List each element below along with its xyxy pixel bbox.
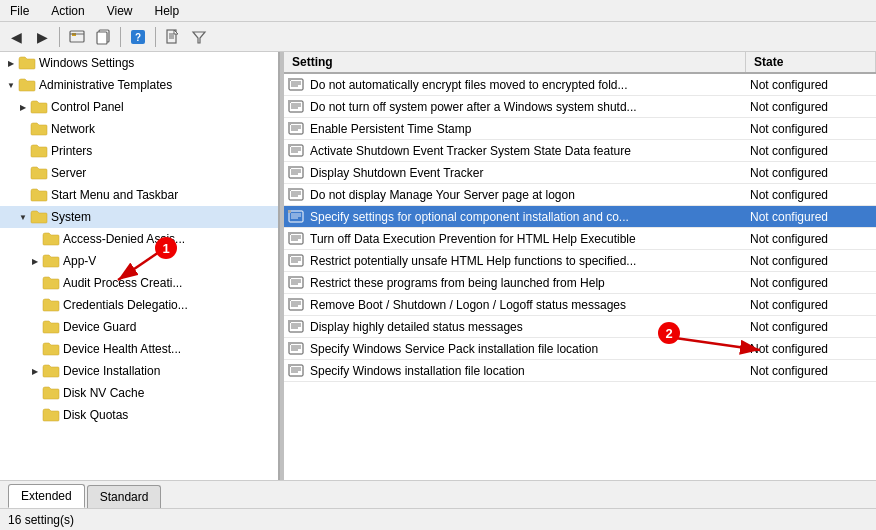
- tree-item-audit-process[interactable]: Audit Process Creati...: [0, 272, 278, 294]
- list-row-5[interactable]: Display Shutdown Event Tracker Not confi…: [284, 162, 876, 184]
- list-row-14[interactable]: Specify Windows installation file locati…: [284, 360, 876, 382]
- tree-item-system[interactable]: ▼ System: [0, 206, 278, 228]
- list-row-4[interactable]: Activate Shutdown Event Tracker System S…: [284, 140, 876, 162]
- menu-help[interactable]: Help: [149, 2, 186, 20]
- tree-item-windows-settings[interactable]: ▶ Windows Settings: [0, 52, 278, 74]
- tree-item-control-panel[interactable]: ▶ Control Panel: [0, 96, 278, 118]
- tree-item-device-guard[interactable]: Device Guard: [0, 316, 278, 338]
- list-cell-setting-5: Display Shutdown Event Tracker: [284, 165, 746, 181]
- tree-label-network: Network: [51, 122, 95, 136]
- list-cell-state-1: Not configured: [746, 78, 876, 92]
- forward-button[interactable]: ▶: [30, 25, 54, 49]
- tree-item-printers[interactable]: Printers: [0, 140, 278, 162]
- doc-button[interactable]: [161, 25, 185, 49]
- tree-item-start-menu[interactable]: Start Menu and Taskbar: [0, 184, 278, 206]
- tree-item-device-install[interactable]: ▶ Device Installation: [0, 360, 278, 382]
- back-button[interactable]: ◀: [4, 25, 28, 49]
- tree-item-access-denied[interactable]: Access-Denied Assis...: [0, 228, 278, 250]
- list-cell-state-14: Not configured: [746, 364, 876, 378]
- svg-rect-51: [288, 210, 291, 213]
- svg-rect-66: [288, 276, 291, 279]
- expand-icon-device-install: ▶: [28, 364, 42, 378]
- list-row-10[interactable]: Restrict these programs from being launc…: [284, 272, 876, 294]
- tree-label-admin-templates: Administrative Templates: [39, 78, 172, 92]
- annotation-badge-2: 2: [658, 322, 680, 344]
- folder-icon-control-panel: [30, 99, 48, 115]
- tab-extended[interactable]: Extended: [8, 484, 85, 508]
- list-row-3[interactable]: Enable Persistent Time Stamp Not configu…: [284, 118, 876, 140]
- folder-icon-start-menu: [30, 187, 48, 203]
- list-cell-setting-7: Specify settings for optional component …: [284, 209, 746, 225]
- menu-action[interactable]: Action: [45, 2, 90, 20]
- setting-icon-10: [288, 275, 306, 291]
- copy-button[interactable]: [91, 25, 115, 49]
- menu-file[interactable]: File: [4, 2, 35, 20]
- setting-icon-5: [288, 165, 306, 181]
- setting-icon-4: [288, 143, 306, 159]
- header-setting[interactable]: Setting: [284, 52, 746, 72]
- tree-item-disk-nv[interactable]: Disk NV Cache: [0, 382, 278, 404]
- svg-rect-77: [289, 343, 303, 354]
- tree-item-network[interactable]: Network: [0, 118, 278, 140]
- svg-rect-37: [289, 167, 303, 178]
- svg-rect-47: [289, 211, 303, 222]
- tree-item-app-v[interactable]: ▶ App-V: [0, 250, 278, 272]
- header-state[interactable]: State: [746, 52, 876, 72]
- list-row-11[interactable]: Remove Boot / Shutdown / Logon / Logoff …: [284, 294, 876, 316]
- tree-label-device-install: Device Installation: [63, 364, 160, 378]
- setting-icon-12: [288, 319, 306, 335]
- tree-label-cred: Credentials Delegatio...: [63, 298, 188, 312]
- folder-icon-server: [30, 165, 48, 181]
- list-row-13[interactable]: Specify Windows Service Pack installatio…: [284, 338, 876, 360]
- tree-label-device-health: Device Health Attest...: [63, 342, 181, 356]
- list-row-1[interactable]: Do not automatically encrypt files moved…: [284, 74, 876, 96]
- svg-rect-67: [289, 299, 303, 310]
- list-panel: Setting State Do not automatically encry…: [284, 52, 876, 480]
- svg-rect-76: [288, 320, 291, 323]
- list-row-6[interactable]: Do not display Manage Your Server page a…: [284, 184, 876, 206]
- tree-panel: ▶ Windows Settings ▼ Administrative Temp…: [0, 52, 280, 480]
- tab-standard[interactable]: Standard: [87, 485, 162, 508]
- svg-rect-21: [288, 78, 291, 81]
- tree-label-disk-nv: Disk NV Cache: [63, 386, 144, 400]
- tree-label-windows-settings: Windows Settings: [39, 56, 134, 70]
- list-row-12[interactable]: Display highly detailed status messages …: [284, 316, 876, 338]
- tree-item-cred-delegation[interactable]: Credentials Delegatio...: [0, 294, 278, 316]
- expand-icon-windows-settings: ▶: [4, 56, 18, 70]
- tree-label-device-guard: Device Guard: [63, 320, 136, 334]
- setting-icon-1: [288, 77, 306, 93]
- tree-item-disk-quotas[interactable]: Disk Quotas: [0, 404, 278, 426]
- tree-label-printers: Printers: [51, 144, 92, 158]
- list-cell-setting-13: Specify Windows Service Pack installatio…: [284, 341, 746, 357]
- tree-item-device-health[interactable]: Device Health Attest...: [0, 338, 278, 360]
- list-row-9[interactable]: Restrict potentially unsafe HTML Help fu…: [284, 250, 876, 272]
- setting-icon-8: [288, 231, 306, 247]
- up-button[interactable]: [65, 25, 89, 49]
- menu-bar: File Action View Help: [0, 0, 876, 22]
- svg-rect-31: [288, 122, 291, 125]
- tree-item-server[interactable]: Server: [0, 162, 278, 184]
- folder-icon-disk-quotas: [42, 407, 60, 423]
- setting-icon-11: [288, 297, 306, 313]
- list-cell-state-10: Not configured: [746, 276, 876, 290]
- list-cell-state-8: Not configured: [746, 232, 876, 246]
- help-button[interactable]: ?: [126, 25, 150, 49]
- folder-icon-device-install: [42, 363, 60, 379]
- svg-rect-36: [288, 144, 291, 147]
- list-row-2[interactable]: Do not turn off system power after a Win…: [284, 96, 876, 118]
- folder-icon-audit: [42, 275, 60, 291]
- tree-item-admin-templates[interactable]: ▼ Administrative Templates: [0, 74, 278, 96]
- expand-icon-control-panel: ▶: [16, 100, 30, 114]
- svg-rect-61: [288, 254, 291, 257]
- list-cell-setting-6: Do not display Manage Your Server page a…: [284, 187, 746, 203]
- svg-text:?: ?: [135, 32, 141, 43]
- svg-rect-82: [289, 365, 303, 376]
- list-cell-setting-9: Restrict potentially unsafe HTML Help fu…: [284, 253, 746, 269]
- list-row-7[interactable]: Specify settings for optional component …: [284, 206, 876, 228]
- menu-view[interactable]: View: [101, 2, 139, 20]
- svg-rect-62: [289, 277, 303, 288]
- svg-rect-57: [289, 255, 303, 266]
- list-row-8[interactable]: Turn off Data Execution Prevention for H…: [284, 228, 876, 250]
- list-cell-state-9: Not configured: [746, 254, 876, 268]
- filter-button[interactable]: [187, 25, 211, 49]
